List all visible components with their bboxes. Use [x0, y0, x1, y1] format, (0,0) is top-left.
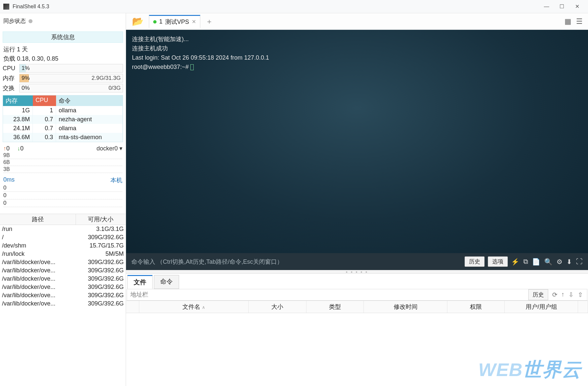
status-dot-icon — [153, 20, 157, 24]
command-input[interactable]: 命令输入 （Ctrl切换,Alt历史,Tab路径/命令,Esc关闭窗口） — [131, 258, 461, 266]
download-icon: ↓ — [17, 145, 20, 152]
minimize-button[interactable]: — — [539, 0, 554, 13]
horizontal-splitter[interactable]: ● ● ● ● ● — [126, 270, 588, 273]
titlebar: FinalShell 4.5.3 — ☐ ✕ — [0, 0, 588, 13]
download-icon[interactable]: ⬇ — [566, 258, 572, 266]
col-mem[interactable]: 内存 — [3, 95, 33, 106]
mem-label: 内存 — [3, 74, 17, 82]
disk-table-head: 路径 可用/大小 — [0, 214, 126, 225]
cursor-icon — [190, 64, 194, 70]
watermark: WEB世界云 — [478, 357, 581, 383]
ping-block: 0ms 本机 0 0 0 — [0, 174, 126, 209]
table-row[interactable]: /var/lib/docker/ove...309G/392.6G — [0, 291, 126, 300]
table-row[interactable]: /var/lib/docker/ove...309G/392.6G — [0, 258, 126, 266]
swap-meter: 交换 0%0/3G — [0, 83, 126, 93]
chevron-down-icon[interactable]: ▾ — [119, 145, 122, 152]
maximize-button[interactable]: ☐ — [554, 0, 569, 13]
table-row[interactable]: 23.8M0.7nezha-agent — [3, 115, 123, 124]
options-button[interactable]: 选项 — [488, 256, 508, 267]
search-icon[interactable]: 🔍 — [544, 258, 553, 266]
download-file-icon[interactable]: ⇩ — [568, 291, 574, 299]
add-tab-button[interactable]: ＋ — [202, 17, 216, 27]
col-filename[interactable]: 文件名 ∧ — [139, 301, 249, 313]
load-text: 负载 0.18, 0.30, 0.85 — [0, 54, 126, 63]
terminal[interactable]: 连接主机(智能加速)... 连接主机成功 Last login: Sat Oct… — [126, 30, 588, 253]
table-row[interactable]: 1G1ollama — [3, 106, 123, 115]
upload-file-icon[interactable]: ⇧ — [578, 291, 583, 299]
col-filesize[interactable]: 大小 — [249, 301, 306, 313]
ping-host[interactable]: 本机 — [110, 176, 122, 184]
grid-view-icon[interactable]: ▦ — [564, 17, 571, 26]
close-button[interactable]: ✕ — [569, 0, 585, 13]
app-icon — [3, 4, 9, 10]
main-area: 📂 1 测试VPS ✕ ＋ ▦ ☰ 连接主机(智能加速)... 连接主机成功 L… — [126, 13, 588, 386]
folder-icon[interactable]: 📂 — [129, 16, 147, 27]
tab-name: 测试VPS — [165, 18, 189, 26]
col-owner[interactable]: 用户/用户组 — [505, 301, 578, 313]
tab-commands[interactable]: 命令 — [154, 275, 179, 289]
net-interface[interactable]: docker0 — [97, 145, 118, 152]
process-table: 内存 CPU 命令 1G1ollama23.8M0.7nezha-agent24… — [3, 95, 123, 142]
fullscreen-icon[interactable]: ⛶ — [576, 258, 583, 265]
table-row[interactable]: /309G/392.6G — [0, 233, 126, 242]
cpu-label: CPU — [3, 65, 17, 72]
bolt-icon[interactable]: ⚡ — [511, 258, 519, 266]
app-title: FinalShell 4.5.3 — [13, 4, 539, 10]
sort-asc-icon: ∧ — [202, 305, 205, 310]
command-bar: 命令输入 （Ctrl切换,Alt历史,Tab路径/命令,Esc关闭窗口） 历史 … — [126, 253, 588, 270]
mem-meter: 内存 9%2.9G/31.3G — [0, 73, 126, 83]
uptime-text: 运行 1 天 — [0, 45, 126, 54]
swap-label: 交换 — [3, 84, 17, 92]
table-row[interactable]: /var/lib/docker/ove...309G/392.6G — [0, 266, 126, 275]
table-row[interactable]: /run/lock5M/5M — [0, 250, 126, 258]
address-input[interactable] — [127, 289, 528, 300]
col-filetype[interactable]: 类型 — [306, 301, 364, 313]
file-body[interactable]: WEB世界云 — [126, 313, 588, 386]
gear-icon[interactable]: ⚙ — [556, 258, 562, 266]
col-blank — [126, 301, 139, 313]
table-row[interactable]: /var/lib/docker/ove...309G/392.6G — [0, 300, 126, 308]
col-cpu[interactable]: CPU — [33, 95, 56, 106]
tab-close-icon[interactable]: ✕ — [192, 19, 196, 25]
sync-label: 同步状态 — [3, 17, 26, 25]
file-panel: 文件 命令 历史 ⟳ ↑ ⇩ ⇧ 文件名 ∧ 大小 类型 修改时间 权限 — [126, 273, 588, 386]
menu-icon[interactable]: ☰ — [576, 17, 583, 26]
copy-icon[interactable]: ⧉ — [523, 258, 528, 265]
table-row[interactable]: /dev/shm15.7G/15.7G — [0, 242, 126, 250]
up-icon[interactable]: ↑ — [561, 291, 565, 299]
col-cmd[interactable]: 命令 — [56, 95, 123, 106]
addr-history-button[interactable]: 历史 — [528, 289, 548, 300]
session-tab[interactable]: 1 测试VPS ✕ — [149, 15, 200, 28]
ping-ms: 0ms — [3, 176, 15, 184]
col-perm[interactable]: 权限 — [447, 301, 505, 313]
col-modified[interactable]: 修改时间 — [364, 301, 447, 313]
table-row[interactable]: /var/lib/docker/ove...309G/392.6G — [0, 283, 126, 291]
network-block: ↑0 ↓0 docker0 ▾ 9B 6B 3B — [0, 142, 126, 174]
tab-bar: 📂 1 测试VPS ✕ ＋ ▦ ☰ — [126, 13, 588, 30]
table-row[interactable]: /var/lib/docker/ove...309G/392.6G — [0, 275, 126, 283]
history-button[interactable]: 历史 — [465, 256, 485, 267]
col-size[interactable]: 可用/大小 — [76, 214, 126, 225]
paste-icon[interactable]: 📄 — [532, 258, 540, 266]
upload-icon: ↑ — [3, 145, 6, 152]
tab-index: 1 — [159, 18, 163, 25]
tab-files[interactable]: 文件 — [127, 275, 153, 289]
col-path[interactable]: 路径 — [0, 214, 76, 225]
sync-status: 同步状态 — [0, 13, 126, 31]
table-row[interactable]: 36.6M0.3mta-sts-daemon — [3, 133, 123, 142]
sysinfo-button[interactable]: 系统信息 — [3, 31, 123, 43]
refresh-icon[interactable]: ⟳ — [552, 291, 557, 299]
file-columns: 文件名 ∧ 大小 类型 修改时间 权限 用户/用户组 — [126, 301, 588, 313]
cpu-meter: CPU 1% — [0, 63, 126, 73]
table-row[interactable]: /run3.1G/3.1G — [0, 225, 126, 233]
sidebar: 同步状态 系统信息 运行 1 天 负载 0.18, 0.30, 0.85 CPU… — [0, 13, 126, 386]
table-row[interactable]: 24.1M0.7ollama — [3, 124, 123, 133]
sync-dot-icon — [29, 19, 33, 23]
